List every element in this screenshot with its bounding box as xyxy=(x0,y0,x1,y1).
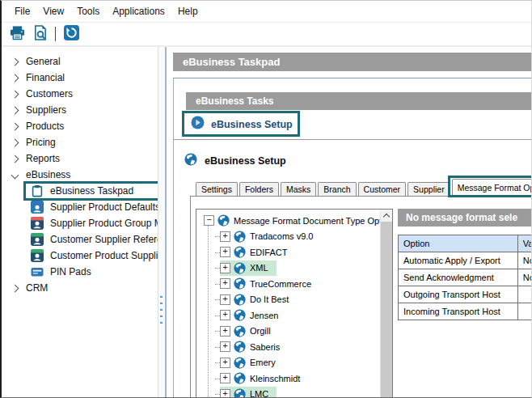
panel-header: No message format sele xyxy=(398,209,531,227)
tree-item-label: Kleinschmidt xyxy=(250,374,300,383)
print-preview-button[interactable] xyxy=(30,25,49,43)
sidebar-item-supplier-product-group-maps[interactable]: Supplier Product Group Maps xyxy=(2,215,158,231)
toolbar xyxy=(2,23,531,47)
sidebar-item-ebusiness-taskpad[interactable]: eBusiness Taskpad xyxy=(2,183,158,199)
sidebar-item-label: eBusiness Taskpad xyxy=(50,185,133,197)
sidebar-item-label: eBusiness xyxy=(26,169,70,180)
tree-item-edifact[interactable]: +EDIFACT xyxy=(220,244,379,260)
sidebar-item-label: Customer Supplier Reference xyxy=(50,234,158,245)
tab-supplier[interactable]: Supplier xyxy=(407,182,450,196)
tree-row-content: +XML xyxy=(220,260,277,276)
value-cell[interactable] xyxy=(517,286,531,303)
sidebar-item-general[interactable]: General xyxy=(2,53,158,70)
tree-item-label: Tradacoms v9.0 xyxy=(250,231,313,241)
value-cell[interactable]: No xyxy=(517,252,531,269)
option-cell: Outgoing Transport Host xyxy=(399,286,518,303)
print-button[interactable] xyxy=(7,25,27,43)
expand-icon[interactable]: + xyxy=(220,326,230,337)
expand-icon[interactable]: + xyxy=(220,263,230,273)
sidebar-item-customer-supplier-reference[interactable]: Customer Supplier Reference xyxy=(2,231,158,248)
printer-icon xyxy=(10,25,25,44)
sidebar-item-financial[interactable]: Financial xyxy=(2,70,158,86)
expand-icon[interactable]: + xyxy=(220,341,230,352)
globe-icon xyxy=(234,262,246,274)
menu-tools[interactable]: Tools xyxy=(70,6,106,17)
person-card-blue-icon xyxy=(31,201,44,214)
expand-icon[interactable]: + xyxy=(220,231,230,242)
tree-item-tradacoms-v9-0[interactable]: +Tradacoms v9.0 xyxy=(220,229,379,245)
sidebar-item-supplier-product-defaults[interactable]: Supplier Product Defaults xyxy=(2,199,158,215)
sidebar-item-label: Financial xyxy=(26,72,65,83)
sidebar-item-label: Suppliers xyxy=(26,104,66,116)
splitter[interactable] xyxy=(158,47,167,398)
expand-icon[interactable]: + xyxy=(220,358,230,368)
tree-item-xml[interactable]: +XML xyxy=(220,260,379,277)
expand-icon[interactable]: + xyxy=(220,294,230,305)
tree-item-saberis[interactable]: +Saberis xyxy=(220,339,379,355)
sidebar-item-products[interactable]: Products xyxy=(2,118,158,134)
chevron-right-icon[interactable] xyxy=(11,138,19,146)
table-row[interactable]: Incoming Transport Host xyxy=(399,303,532,320)
sidebar-item-pin-pads[interactable]: PIN Pads xyxy=(2,264,158,280)
tab-folders[interactable]: Folders xyxy=(239,182,279,196)
tab-branch[interactable]: Branch xyxy=(318,182,356,196)
tree-item-do-it-best[interactable]: +Do It Best xyxy=(220,292,379,308)
sidebar-item-label: Supplier Product Defaults xyxy=(50,201,158,213)
expand-icon[interactable]: + xyxy=(220,310,230,320)
sidebar-item-reports[interactable]: Reports xyxy=(2,150,158,167)
tree-item-truecommerce[interactable]: +TrueCommerce xyxy=(220,276,379,292)
sidebar-item-pricing[interactable]: Pricing xyxy=(2,134,158,150)
expand-icon[interactable]: + xyxy=(220,389,230,398)
tree-item-kleinschmidt[interactable]: +Kleinschmidt xyxy=(220,370,379,387)
chevron-down-icon[interactable] xyxy=(11,171,19,179)
chevron-right-icon[interactable] xyxy=(11,57,19,66)
chevron-right-icon[interactable] xyxy=(11,90,19,98)
task-label: eBusiness Setup xyxy=(211,119,293,130)
table-row[interactable]: Automatic Apply / ExportNo xyxy=(399,252,532,269)
value-cell[interactable]: No xyxy=(517,269,531,286)
tree-item-lmc[interactable]: +LMC xyxy=(220,387,379,398)
tree-connector-line xyxy=(208,226,209,398)
sidebar-item-crm[interactable]: CRM xyxy=(2,280,158,296)
expand-icon[interactable]: + xyxy=(220,278,230,289)
tree-item-label: LMC xyxy=(250,389,268,398)
table-row[interactable]: Outgoing Transport Host xyxy=(399,286,532,303)
tree-item-emery[interactable]: +Emery xyxy=(220,355,379,371)
chevron-right-icon[interactable] xyxy=(11,106,19,114)
sidebar-item-customers[interactable]: Customers xyxy=(2,86,158,102)
chevron-right-icon[interactable] xyxy=(11,284,19,292)
chevron-right-icon[interactable] xyxy=(11,155,19,163)
menu-file[interactable]: File xyxy=(8,6,36,17)
sidebar-item-suppliers[interactable]: Suppliers xyxy=(2,102,158,118)
format-options-panel: No message format sele OptionValue Autom… xyxy=(398,209,531,398)
sidebar-item-customer-product-supplier-ref[interactable]: Customer Product Supplier Ref xyxy=(2,248,158,264)
table-row[interactable]: Send AcknowledgmentNo xyxy=(399,269,532,286)
tree-item-label: XML xyxy=(250,263,268,273)
refresh-button[interactable] xyxy=(61,25,81,43)
menu-help[interactable]: Help xyxy=(171,6,205,17)
tab-customer[interactable]: Customer xyxy=(358,182,407,196)
collapse-icon[interactable]: − xyxy=(204,215,214,226)
tree-scrollbar[interactable] xyxy=(380,210,392,398)
menu-view[interactable]: View xyxy=(36,6,70,17)
tree-item-message-format-document-type-optio[interactable]: −Message Format Document Type Optio xyxy=(204,213,379,229)
menu-applications[interactable]: Applications xyxy=(106,6,171,17)
expand-icon[interactable]: + xyxy=(220,373,230,383)
tab-masks[interactable]: Masks xyxy=(281,182,316,196)
sidebar-item-ebusiness[interactable]: eBusiness xyxy=(2,167,158,183)
ebusiness-setup-task-button[interactable]: eBusiness Setup xyxy=(191,116,293,133)
expand-icon[interactable]: + xyxy=(220,247,230,257)
scroll-up-arrow-icon[interactable] xyxy=(381,210,392,222)
globe-icon xyxy=(234,294,246,306)
chevron-right-icon[interactable] xyxy=(11,122,19,130)
tree-item-jensen[interactable]: +Jensen xyxy=(220,307,379,324)
chevron-right-icon[interactable] xyxy=(11,74,19,82)
tree-row-content: +Jensen xyxy=(220,307,286,323)
value-cell[interactable] xyxy=(517,303,531,320)
tab-settings[interactable]: Settings xyxy=(196,182,238,196)
tab-message-format-options[interactable]: Message Format Options xyxy=(452,179,531,196)
tree-row-content: +Emery xyxy=(220,355,284,370)
tree-item-orgill[interactable]: +Orgill xyxy=(220,324,379,340)
tree-row-content: +Orgill xyxy=(220,324,279,339)
setup-region: eBusiness Setup SettingsFoldersMasksBran… xyxy=(174,140,531,398)
